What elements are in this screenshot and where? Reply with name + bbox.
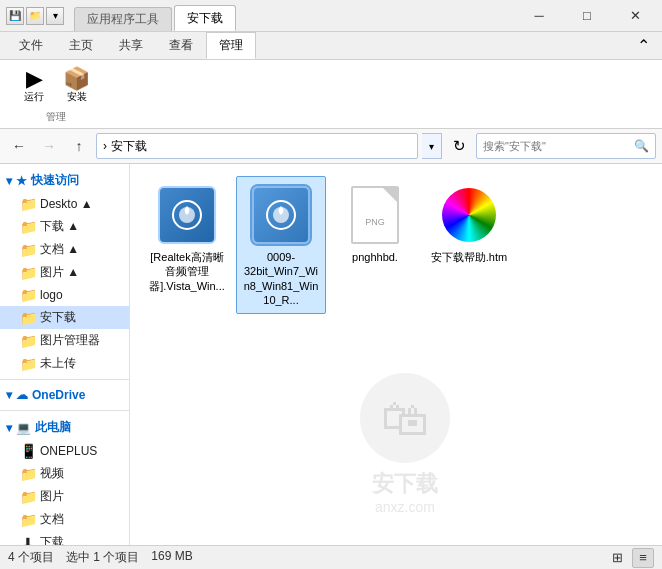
sidebar-item-docs[interactable]: 📁 文档 [0, 508, 129, 531]
maximize-button[interactable]: □ [564, 0, 610, 32]
quick-access-dropdown[interactable]: ▾ [46, 7, 64, 25]
file-label-png: pnghhbd. [352, 250, 398, 264]
file-item-driver[interactable]: 0009-32bit_Win7_Win8_Win81_Win10_R... [236, 176, 326, 314]
sidebar-item-images[interactable]: 📁 图片 [0, 485, 129, 508]
install-icon: 📦 [63, 68, 90, 90]
file-area[interactable]: 🛍 安下载 anxz.com [130, 164, 662, 545]
title-bar-left: 💾 📁 ▾ [0, 0, 70, 31]
watermark: 🛍 安下载 anxz.com [360, 373, 450, 515]
ribbon-tab-view[interactable]: 查看 [156, 32, 206, 59]
file-thumb-realtek [155, 183, 219, 247]
tab-app-tools[interactable]: 应用程序工具 [74, 7, 172, 31]
file-label-driver: 0009-32bit_Win7_Win8_Win81_Win10_R... [241, 250, 321, 307]
sidebar-item-documents[interactable]: 📁 文档 ▲ [0, 238, 129, 261]
close-button[interactable]: ✕ [612, 0, 658, 32]
sidebar-item-photo-manager[interactable]: 📁 图片管理器 [0, 329, 129, 352]
file-thumb-png: PNG [343, 183, 407, 247]
computer-icon: 💻 [16, 421, 31, 435]
sidebar: ▾ ★ 快速访问 📁 Deskto ▲ 📁 下载 ▲ 📁 文档 ▲ 📁 图片 ▲… [0, 164, 130, 545]
folder-icon-upload: 📁 [20, 356, 36, 372]
status-bar: 4 个项目 选中 1 个项目 169 MB ⊞ ≡ [0, 545, 662, 569]
refresh-button[interactable]: ↻ [446, 133, 472, 159]
sidebar-item-anxz[interactable]: 📁 安下载 [0, 306, 129, 329]
ribbon-tab-manage[interactable]: 管理 [206, 32, 256, 59]
search-input[interactable] [483, 140, 630, 152]
ribbon-btn-install[interactable]: 📦 安装 [56, 64, 97, 108]
title-bar-tabs: 应用程序工具 安下载 [70, 0, 516, 31]
run-icon: ▶ [26, 68, 43, 90]
quick-access-toolbar-btn2[interactable]: 📁 [26, 7, 44, 25]
file-item-png[interactable]: PNG pnghhbd. [330, 176, 420, 314]
sidebar-item-videos[interactable]: 📁 视频 [0, 462, 129, 485]
main-area: ▾ ★ 快速访问 📁 Deskto ▲ 📁 下载 ▲ 📁 文档 ▲ 📁 图片 ▲… [0, 164, 662, 545]
ribbon-collapse-btn[interactable]: ⌃ [631, 32, 656, 59]
view-large-icons-btn[interactable]: ⊞ [606, 548, 628, 568]
search-icon: 🔍 [634, 139, 649, 153]
ribbon-group-manage: ▶ 运行 📦 安装 管理 [8, 64, 103, 124]
app-icon-driver [252, 186, 310, 244]
ribbon-tab-share[interactable]: 共享 [106, 32, 156, 59]
file-thumb-htm [437, 183, 501, 247]
title-bar: 💾 📁 ▾ 应用程序工具 安下载 ─ □ ✕ [0, 0, 662, 32]
watermark-subtext: anxz.com [375, 499, 435, 515]
generic-file-icon-png: PNG [351, 186, 399, 244]
sidebar-this-pc[interactable]: ▾ 💻 此电脑 [0, 415, 129, 440]
sidebar-item-oneplus[interactable]: 📱 ONEPLUS [0, 440, 129, 462]
ribbon-tab-home[interactable]: 主页 [56, 32, 106, 59]
folder-icon-desktop: 📁 [20, 196, 36, 212]
status-left: 4 个项目 选中 1 个项目 169 MB [8, 549, 606, 566]
cloud-icon: ☁ [16, 388, 28, 402]
forward-button: → [36, 133, 62, 159]
path-arrow: › [103, 139, 107, 153]
ribbon-tabs: 文件 主页 共享 查看 管理 ⌃ [0, 32, 662, 60]
tab-download[interactable]: 安下载 [174, 5, 236, 31]
ribbon-btn-run[interactable]: ▶ 运行 [14, 64, 54, 108]
sidebar-item-dl[interactable]: ⬇ 下载 [0, 531, 129, 545]
minimize-button[interactable]: ─ [516, 0, 562, 32]
watermark-text: 安下载 [372, 469, 438, 499]
sidebar-quick-access[interactable]: ▾ ★ 快速访问 [0, 168, 129, 193]
status-right: ⊞ ≡ [606, 548, 654, 568]
chevron-down-icon: ▾ [6, 174, 12, 188]
back-button[interactable]: ← [6, 133, 32, 159]
folder-icon-logo: 📁 [20, 287, 36, 303]
sidebar-item-not-uploaded[interactable]: 📁 未上传 [0, 352, 129, 375]
folder-icon-photo: 📁 [20, 333, 36, 349]
sidebar-item-downloads[interactable]: 📁 下载 ▲ [0, 215, 129, 238]
folder-icon-downloads: 📁 [20, 219, 36, 235]
file-label-realtek: [Realtek高清晰音频管理器].Vista_Win... [147, 250, 227, 293]
folder-icon-anxz: 📁 [20, 310, 36, 326]
folder-icon-documents: 📁 [20, 242, 36, 258]
watermark-icon: 🛍 [360, 373, 450, 463]
chevron-right-icon: ▾ [6, 388, 12, 402]
ribbon-tab-file[interactable]: 文件 [6, 32, 56, 59]
up-button[interactable]: ↑ [66, 133, 92, 159]
image-icon: 📁 [20, 489, 36, 505]
status-selected: 选中 1 个项目 [66, 549, 139, 566]
sidebar-item-logo[interactable]: 📁 logo [0, 284, 129, 306]
address-bar: ← → ↑ › 安下载 ▾ ↻ 🔍 [0, 129, 662, 164]
chevron-down-icon-pc: ▾ [6, 421, 12, 435]
app-icon-realtek [158, 186, 216, 244]
sidebar-divider-2 [0, 410, 129, 411]
sidebar-item-pictures[interactable]: 📁 图片 ▲ [0, 261, 129, 284]
sidebar-onedrive[interactable]: ▾ ☁ OneDrive [0, 384, 129, 406]
sidebar-item-desktop[interactable]: 📁 Deskto ▲ [0, 193, 129, 215]
view-list-btn[interactable]: ≡ [632, 548, 654, 568]
star-icon: ★ [16, 174, 27, 188]
search-box[interactable]: 🔍 [476, 133, 656, 159]
address-dropdown[interactable]: ▾ [422, 133, 442, 159]
quick-access-toolbar-btn1[interactable]: 💾 [6, 7, 24, 25]
status-count: 4 个项目 [8, 549, 54, 566]
download-icon: ⬇ [20, 535, 36, 546]
file-item-realtek[interactable]: [Realtek高清晰音频管理器].Vista_Win... [142, 176, 232, 314]
path-folder-label: 安下载 [111, 138, 147, 155]
file-item-htm[interactable]: 安下载帮助.htm [424, 176, 514, 314]
address-path[interactable]: › 安下载 [96, 133, 418, 159]
window-controls: ─ □ ✕ [516, 0, 662, 31]
folder-icon-pictures: 📁 [20, 265, 36, 281]
ribbon-content: ▶ 运行 📦 安装 管理 [0, 60, 662, 129]
status-size: 169 MB [151, 549, 192, 566]
file-thumb-driver [249, 183, 313, 247]
phone-icon: 📱 [20, 443, 36, 459]
